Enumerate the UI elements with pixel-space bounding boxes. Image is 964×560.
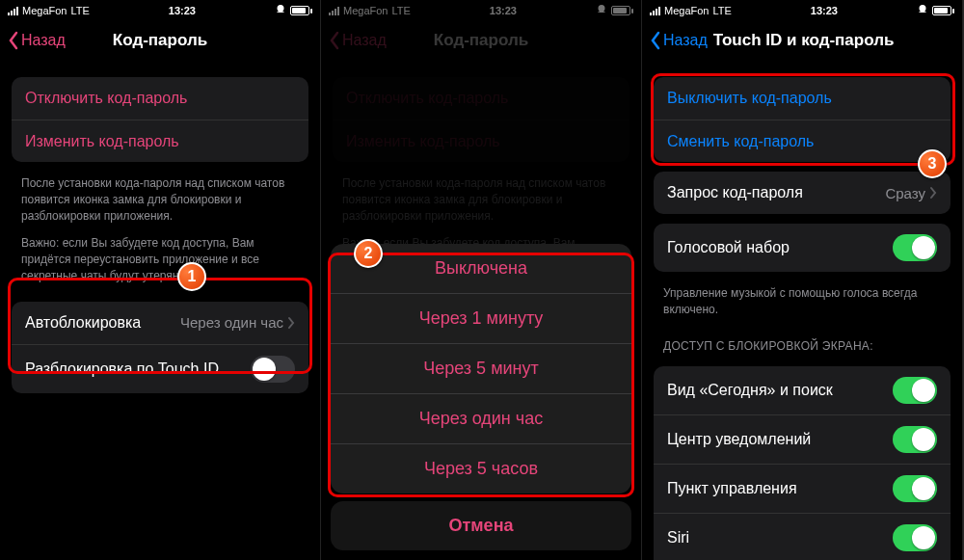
autolock-option-1h[interactable]: Через один час xyxy=(331,393,631,443)
disable-passcode-row[interactable]: Отключить код-пароль xyxy=(12,77,308,120)
content: Отключить код-пароль Изменить код-пароль… xyxy=(0,62,320,393)
disable-passcode-row[interactable]: Выключить код-пароль xyxy=(654,77,951,120)
screen-telegram-passcode: MegaFon LTE 13:23 Назад Код-пароль Отклю… xyxy=(0,0,321,560)
require-passcode-row[interactable]: Запрос код-пароля Сразу xyxy=(654,172,951,214)
carrier-label: MegaFon xyxy=(664,5,709,16)
change-passcode-label: Сменить код-пароль xyxy=(667,133,814,150)
content: Выключить код-пароль Сменить код-пароль … xyxy=(642,62,962,560)
signal-icon xyxy=(650,7,660,15)
status-bar: MegaFon LTE 13:23 xyxy=(0,0,320,19)
autolock-option-5min[interactable]: Через 5 минут xyxy=(331,343,631,393)
do-not-disturb-icon xyxy=(275,4,286,17)
siri-row[interactable]: Siri xyxy=(654,513,951,560)
change-passcode-label: Изменить код-пароль xyxy=(25,133,179,150)
nav-bar: Назад Код-пароль xyxy=(0,19,320,62)
screen-ios-touchid-passcode: MegaFon LTE 13:23 Назад Touch ID и код-п… xyxy=(642,0,963,560)
chevron-left-icon xyxy=(8,31,19,50)
lockscreen-access-header: ДОСТУП С БЛОКИРОВКОЙ ЭКРАНА: xyxy=(642,326,962,357)
passcode-actions-group: Выключить код-пароль Сменить код-пароль xyxy=(654,77,951,162)
status-bar: MegaFon LTE 13:23 xyxy=(642,0,962,19)
lockscreen-access-group: Вид «Сегодня» и поиск Центр уведомлений … xyxy=(654,366,951,560)
back-button[interactable]: Назад xyxy=(650,31,708,50)
battery-icon xyxy=(932,6,954,15)
control-center-row[interactable]: Пункт управления xyxy=(654,464,951,513)
screen-autolock-sheet: MegaFon LTE 13:23 Назад Код-пароль Отклю… xyxy=(321,0,642,560)
touch-id-row[interactable]: Разблокировка по Touch ID xyxy=(12,344,308,393)
disable-passcode-label: Выключить код-пароль xyxy=(667,90,832,107)
autolock-value: Через один час xyxy=(180,314,295,331)
voice-dial-row[interactable]: Голосовой набор xyxy=(654,224,951,272)
autolock-option-off[interactable]: Выключена xyxy=(331,244,631,293)
back-label: Назад xyxy=(663,32,708,49)
voice-dial-label: Голосовой набор xyxy=(667,239,790,256)
back-button[interactable]: Назад xyxy=(8,31,66,50)
chevron-right-icon xyxy=(929,186,937,200)
control-center-toggle[interactable] xyxy=(893,475,937,502)
nav-bar: Назад Touch ID и код-пароль xyxy=(642,19,962,62)
carrier-label: MegaFon xyxy=(22,5,67,16)
passcode-note-1: После установки кода-пароля над списком … xyxy=(0,172,320,231)
change-passcode-row[interactable]: Сменить код-пароль xyxy=(654,120,951,162)
back-label: Назад xyxy=(21,32,66,49)
voice-dial-toggle[interactable] xyxy=(893,234,937,261)
voice-dial-group: Голосовой набор xyxy=(654,224,951,272)
disable-passcode-label: Отключить код-пароль xyxy=(25,90,187,107)
network-label: LTE xyxy=(70,5,89,16)
do-not-disturb-icon xyxy=(917,4,928,17)
require-passcode-value: Сразу xyxy=(885,185,937,201)
today-view-row[interactable]: Вид «Сегодня» и поиск xyxy=(654,366,951,414)
passcode-note-2: Важно: если Вы забудете код доступа, Вам… xyxy=(0,231,320,291)
sheet-options: Выключена Через 1 минуту Через 5 минут Ч… xyxy=(331,244,631,493)
require-passcode-group: Запрос код-пароля Сразу xyxy=(654,172,951,214)
battery-icon xyxy=(290,6,312,15)
signal-icon xyxy=(8,7,18,15)
notification-center-row[interactable]: Центр уведомлений xyxy=(654,414,951,464)
page-title: Touch ID и код-пароль xyxy=(713,31,895,50)
notification-center-toggle[interactable] xyxy=(893,426,937,453)
autolock-group: Автоблокировка Через один час Разблокиро… xyxy=(12,302,308,393)
autolock-row[interactable]: Автоблокировка Через один час xyxy=(12,302,308,344)
change-passcode-row[interactable]: Изменить код-пароль xyxy=(12,120,308,162)
require-passcode-label: Запрос код-пароля xyxy=(667,184,803,201)
siri-toggle[interactable] xyxy=(893,524,937,551)
autolock-option-1min[interactable]: Через 1 минуту xyxy=(331,293,631,343)
passcode-actions-group: Отключить код-пароль Изменить код-пароль xyxy=(12,77,308,162)
autolock-label: Автоблокировка xyxy=(25,314,141,332)
chevron-left-icon xyxy=(650,31,661,50)
touch-id-toggle[interactable] xyxy=(251,356,295,383)
today-view-toggle[interactable] xyxy=(893,377,937,404)
autolock-action-sheet: Выключена Через 1 минуту Через 5 минут Ч… xyxy=(331,244,631,550)
clock: 13:23 xyxy=(169,5,196,16)
network-label: LTE xyxy=(712,5,731,16)
voice-dial-note: Управление музыкой с помощью голоса всег… xyxy=(642,281,962,326)
sheet-cancel-button[interactable]: Отмена xyxy=(331,501,631,550)
touch-id-label: Разблокировка по Touch ID xyxy=(25,360,219,378)
autolock-option-5h[interactable]: Через 5 часов xyxy=(331,443,631,493)
clock: 13:23 xyxy=(811,5,838,16)
chevron-right-icon xyxy=(287,316,295,330)
